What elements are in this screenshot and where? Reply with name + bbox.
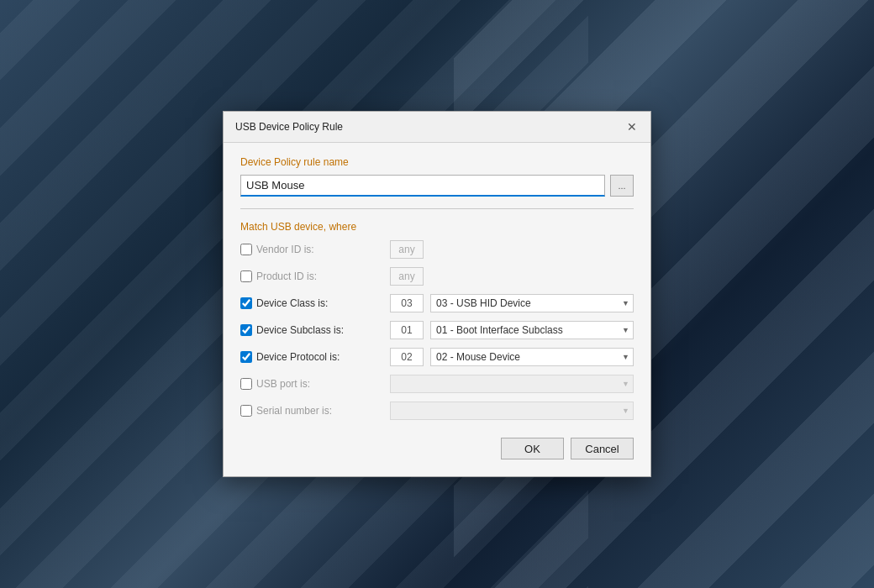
- protocol-checkbox-area: Device Protocol is:: [240, 351, 383, 363]
- usb-port-checkbox[interactable]: [240, 378, 252, 390]
- product-checkbox[interactable]: [240, 270, 252, 282]
- class-label: Device Class is:: [256, 297, 328, 309]
- serial-checkbox-area: Serial number is:: [240, 405, 383, 417]
- class-dropdown-wrapper: 03 - USB HID Device ▼: [430, 294, 634, 312]
- match-row-subclass: Device Subclass is: 01 - Boot Interface …: [240, 320, 634, 340]
- subclass-value-short[interactable]: [390, 321, 424, 339]
- product-checkbox-area: Product ID is:: [240, 270, 383, 282]
- cancel-button[interactable]: Cancel: [571, 438, 634, 459]
- serial-checkbox[interactable]: [240, 405, 252, 417]
- dialog-titlebar: USB Device Policy Rule ✕: [224, 112, 650, 143]
- match-label: Match USB device, where: [240, 221, 634, 233]
- dialog-body: Device Policy rule name ... Match USB de…: [224, 143, 650, 476]
- match-rows: Vendor ID is: any Product ID is: any: [240, 239, 634, 421]
- serial-dropdown-wrapper: ▼: [390, 402, 634, 420]
- match-section: Match USB device, where Vendor ID is: an…: [240, 221, 634, 421]
- usb-port-dropdown[interactable]: [390, 375, 634, 393]
- policy-name-input[interactable]: [240, 175, 605, 197]
- policy-name-row: ...: [240, 175, 634, 197]
- vendor-checkbox[interactable]: [240, 244, 252, 255]
- button-row: OK Cancel: [240, 438, 634, 459]
- ok-button[interactable]: OK: [501, 438, 564, 459]
- policy-name-section: Device Policy rule name ...: [240, 156, 634, 197]
- usb-port-label: USB port is:: [256, 378, 310, 390]
- policy-name-label: Device Policy rule name: [240, 156, 634, 168]
- class-dropdown[interactable]: 03 - USB HID Device: [430, 294, 634, 312]
- dialog-usb-policy-rule: USB Device Policy Rule ✕ Device Policy r…: [223, 111, 651, 477]
- usb-port-dropdown-wrapper: ▼: [390, 375, 634, 393]
- match-row-vendor: Vendor ID is: any: [240, 239, 634, 260]
- subclass-label: Device Subclass is:: [256, 324, 344, 336]
- subclass-dropdown-wrapper: 01 - Boot Interface Subclass ▼: [430, 321, 634, 339]
- browse-button[interactable]: ...: [610, 175, 634, 197]
- protocol-dropdown[interactable]: 02 - Mouse Device: [430, 348, 634, 366]
- match-row-class: Device Class is: 03 - USB HID Device ▼: [240, 293, 634, 313]
- protocol-label: Device Protocol is:: [256, 351, 340, 363]
- product-any-value: any: [390, 267, 424, 286]
- subclass-dropdown[interactable]: 01 - Boot Interface Subclass: [430, 321, 634, 339]
- subclass-checkbox-area: Device Subclass is:: [240, 324, 383, 336]
- match-row-usb-port: USB port is: ▼: [240, 374, 634, 394]
- dialog-close-button[interactable]: ✕: [624, 118, 640, 135]
- vendor-label: Vendor ID is:: [256, 244, 314, 255]
- dialog-title: USB Device Policy Rule: [235, 121, 343, 133]
- protocol-value-short[interactable]: [390, 348, 424, 366]
- match-row-product: Product ID is: any: [240, 266, 634, 286]
- vendor-checkbox-area: Vendor ID is:: [240, 244, 383, 255]
- serial-label: Serial number is:: [256, 405, 332, 417]
- class-value-short[interactable]: [390, 294, 424, 312]
- match-row-protocol: Device Protocol is: 02 - Mouse Device ▼: [240, 347, 634, 367]
- section-divider-1: [240, 208, 634, 209]
- match-row-serial: Serial number is: ▼: [240, 401, 634, 421]
- product-label: Product ID is:: [256, 270, 317, 282]
- subclass-checkbox[interactable]: [240, 324, 252, 336]
- protocol-checkbox[interactable]: [240, 351, 252, 363]
- serial-dropdown[interactable]: [390, 402, 634, 420]
- class-checkbox-area: Device Class is:: [240, 297, 383, 309]
- usb-port-checkbox-area: USB port is:: [240, 378, 383, 390]
- protocol-dropdown-wrapper: 02 - Mouse Device ▼: [430, 348, 634, 366]
- class-checkbox[interactable]: [240, 297, 252, 309]
- vendor-any-value: any: [390, 240, 424, 259]
